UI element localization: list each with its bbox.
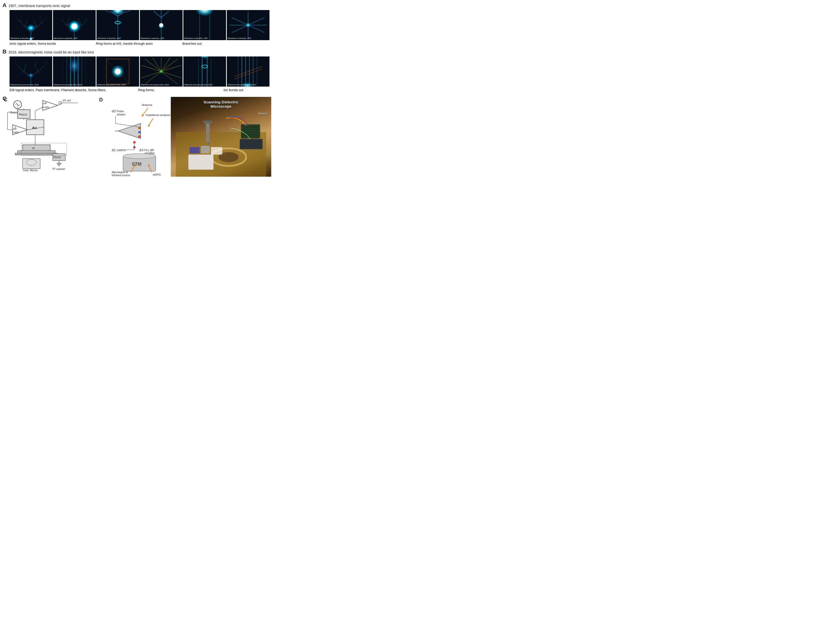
figure-container: A 1907, membrane transports ionic signal <box>3 3 271 180</box>
filament-image-3: Filaments tune precise time, 2016 <box>97 57 139 87</box>
svg-marker-122 <box>43 100 58 110</box>
svg-rect-188 <box>190 147 200 153</box>
delta2-label: Δ2 <box>112 109 116 113</box>
caption-branches: Branches out <box>182 41 226 45</box>
section-d: D Δ2 Pulse stream Δ1 Lock in <box>98 96 168 180</box>
filament-5-caption: Filaments tune precise time, 2016 <box>184 84 212 86</box>
svg-point-85 <box>115 69 121 75</box>
filament-image-6: Filaments tune precise time, 2016 <box>227 57 269 87</box>
svg-text:stream: stream <box>117 113 125 116</box>
xy-scanner-label: XY scanner <box>52 168 65 170</box>
filament-image-1: Filaments tune precise time, 2016 <box>9 57 52 87</box>
caption-ionic: Ionic signal enters, Soma bursts <box>9 41 96 45</box>
svg-text:+: + <box>15 126 16 129</box>
svg-point-156 <box>138 127 141 129</box>
section-a-images: Membrane is absolute, 1907 <box>9 10 271 40</box>
bottom-row: C Source Piezo1 I/V out Diff Ampli2 <box>3 96 271 180</box>
filament-3-caption: Filaments tune precise time, 2016 <box>97 84 126 86</box>
section-a-label: A <box>3 3 6 8</box>
svg-text:-: - <box>42 131 43 133</box>
svg-point-67 <box>26 71 35 78</box>
svg-rect-189 <box>201 146 210 153</box>
section-b-images: Filaments tune precise time, 2016 <box>9 57 271 87</box>
iv-out-label: I/V out <box>63 99 71 102</box>
filament-1-caption: Filaments tune precise time, 2016 <box>10 84 39 86</box>
svg-text:infrared source: infrared source <box>112 174 130 177</box>
delta1-label: Δ1 <box>112 148 116 152</box>
svg-marker-170 <box>147 124 150 126</box>
section-b: B 2016, electromagnetic noise could be a… <box>3 49 271 92</box>
section-b-label: B <box>3 49 6 54</box>
piezo2-label: Piezo2 <box>53 156 61 159</box>
neuron-6-caption: Membrane is absolute, 1907 <box>227 37 251 40</box>
neuron-image-3: Membrane is absolute, 1907 <box>97 10 139 40</box>
pll-label: PLL diff <box>144 149 154 152</box>
caption-em: EM signal enters, Pass membrane, Filamen… <box>9 88 138 92</box>
d-label-text: D <box>99 97 103 103</box>
neuron-image-4: Membrane is absolute, 1907 <box>140 10 183 40</box>
svg-text:Ampli1: Ampli1 <box>12 131 19 133</box>
svg-point-76 <box>67 58 82 78</box>
diagram-d-svg: D Δ2 Pulse stream Δ1 Lock in <box>98 96 168 179</box>
svg-line-147 <box>35 107 43 111</box>
lock-in-label: Lock in <box>117 149 126 152</box>
section-a-captions: Ionic signal enters, Soma bursts Ring fo… <box>9 41 271 45</box>
svg-rect-134 <box>23 145 50 151</box>
svg-rect-185 <box>206 122 210 142</box>
hopg-label: HOPG <box>153 173 161 176</box>
inver-micros-label: Inver. Micros. <box>23 169 38 172</box>
neuron-5-caption: Membrane is absolute, 1907 <box>184 37 208 40</box>
section-a-title: 1907, membrane transports ionic signal <box>9 4 70 8</box>
neuron-image-2: Membrane is absolute, 1907 <box>53 10 96 40</box>
neuron-2-caption: Membrane is absolute, 1907 <box>54 37 78 40</box>
svg-text:Ampli2: Ampli2 <box>42 106 49 109</box>
piezo1-label: Piezo1 <box>19 113 28 116</box>
filament-image-4: Filaments tune precise time, 2016 <box>140 57 183 87</box>
diff-ampli2-label: Diff <box>43 102 47 105</box>
svg-point-159 <box>133 141 136 144</box>
svg-point-40 <box>159 23 163 27</box>
caption-ring: Ring forms at AIS, travels through axon <box>96 41 182 45</box>
svg-point-98 <box>156 66 166 77</box>
neuron-image-5: Membrane is absolute, 1907 <box>183 10 226 40</box>
svg-point-54 <box>243 20 253 30</box>
neuron-image-6: Membrane is absolute, 1907 <box>227 10 269 40</box>
svg-text:-: - <box>15 131 15 133</box>
svg-rect-184 <box>240 139 263 149</box>
antenna-label: Antenna <box>142 103 152 106</box>
section-e: E Scanning DielectricMicroscope Neuron <box>171 96 271 177</box>
svg-rect-137 <box>23 159 40 169</box>
caption-ion: Ion bursts out <box>224 88 267 92</box>
svg-marker-141 <box>57 163 61 166</box>
filament-image-2: Filaments tune precise time, 2016 <box>53 57 96 87</box>
filament-4-caption: Filaments tune precise time, 2016 <box>141 84 169 86</box>
section-a-header: A 1907, membrane transports ionic signal <box>3 3 271 8</box>
svg-point-12 <box>25 25 37 34</box>
diagram-c-svg: Source Piezo1 I/V out Diff Ampli2 Au <box>3 96 95 176</box>
section-e-label: E <box>171 97 175 103</box>
filament-image-5: Filaments tune precise time, 2016 <box>183 57 226 87</box>
caption-ring2: Ring forms, <box>138 88 224 92</box>
section-b-title: 2016, electromagnetic noise could be an … <box>9 50 94 54</box>
neuron-1-caption: Membrane is absolute, 1907 <box>10 37 34 40</box>
delta3-label: Δ3 <box>139 148 143 152</box>
stm-label: STM <box>132 162 141 167</box>
neuron-image-1: Membrane is absolute, 1907 <box>9 10 52 40</box>
lab-photo-svg <box>171 97 271 177</box>
section-c-label: C <box>3 96 6 101</box>
svg-rect-180 <box>242 126 259 137</box>
filament-2-caption: Filaments tune precise time, 2016 <box>54 84 82 86</box>
pulse-stream-label: Pulse <box>117 110 124 113</box>
svg-point-157 <box>138 131 141 133</box>
svg-rect-186 <box>203 121 212 124</box>
section-b-captions: EM signal enters, Pass membrane, Filamen… <box>9 88 271 92</box>
section-a: A 1907, membrane transports ionic signal <box>3 3 271 45</box>
microwave-label: Microwave or <box>112 171 128 174</box>
section-b-header: B 2016, electromagnetic noise could be a… <box>3 49 271 54</box>
svg-rect-191 <box>188 155 214 170</box>
svg-point-158 <box>138 135 141 138</box>
neuron-4-caption: Membrane is absolute, 1907 <box>141 37 164 40</box>
svg-point-25 <box>73 25 76 28</box>
svg-point-165 <box>123 153 156 159</box>
svg-rect-190 <box>211 147 222 155</box>
